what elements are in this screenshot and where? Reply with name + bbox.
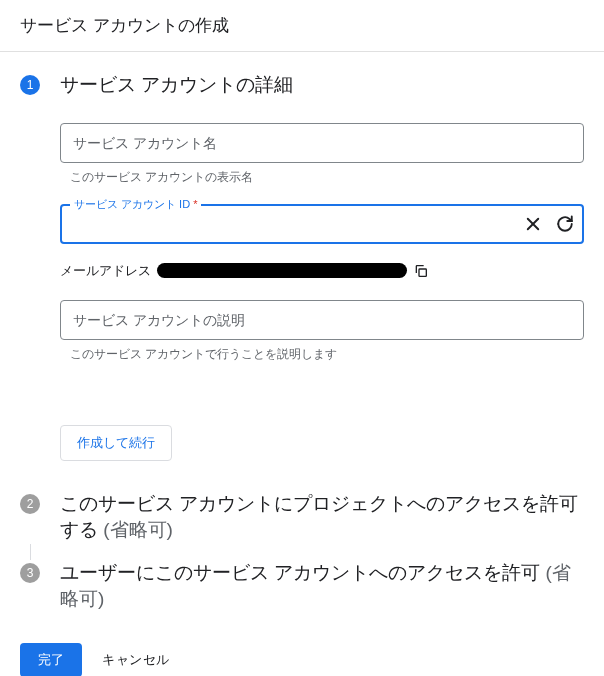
create-and-continue-button[interactable]: 作成して続行: [60, 425, 172, 461]
id-field: サービス アカウント ID *: [60, 204, 584, 244]
email-row: メールアドレス: [60, 262, 584, 280]
page-title: サービス アカウントの作成: [0, 0, 604, 52]
service-account-description-input[interactable]: [60, 300, 584, 340]
email-label: メールアドレス: [60, 262, 151, 280]
step-3-indicator: 3: [20, 563, 40, 583]
main-content: 1 サービス アカウントの詳細 このサービス アカウントの表示名 サービス アカ…: [0, 52, 604, 676]
step-1: 1 サービス アカウントの詳細 このサービス アカウントの表示名 サービス アカ…: [20, 72, 584, 491]
step-2-title: このサービス アカウントにプロジェクトへのアクセスを許可する (省略可): [60, 491, 584, 544]
clear-icon[interactable]: [522, 213, 544, 235]
done-button[interactable]: 完了: [20, 643, 82, 676]
service-account-name-input[interactable]: [60, 123, 584, 163]
step-2-indicator: 2: [20, 494, 40, 514]
refresh-icon[interactable]: [554, 213, 576, 235]
name-field: [60, 123, 584, 163]
name-helper-text: このサービス アカウントの表示名: [70, 169, 584, 186]
description-helper-text: このサービス アカウントで行うことを説明します: [70, 346, 584, 363]
step-2: 2 このサービス アカウントにプロジェクトへのアクセスを許可する (省略可): [20, 491, 584, 544]
cancel-button[interactable]: キャンセル: [102, 651, 170, 669]
id-field-label: サービス アカウント ID *: [70, 197, 201, 212]
email-value-redacted: [157, 263, 407, 278]
svg-rect-2: [419, 269, 426, 276]
step-1-title: サービス アカウントの詳細: [60, 72, 584, 99]
description-field: [60, 300, 584, 340]
step-1-indicator: 1: [20, 75, 40, 95]
step-3: 3 ユーザーにこのサービス アカウントへのアクセスを許可 (省略可): [20, 560, 584, 613]
step-connector: [30, 544, 31, 560]
step-3-title: ユーザーにこのサービス アカウントへのアクセスを許可 (省略可): [60, 560, 584, 613]
copy-icon[interactable]: [413, 263, 429, 279]
footer-actions: 完了 キャンセル: [20, 643, 584, 676]
